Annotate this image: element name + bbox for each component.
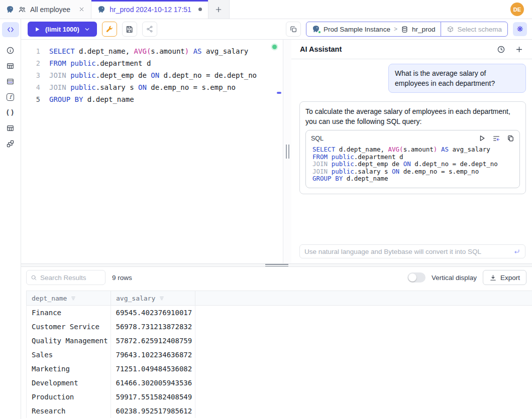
- ai-assistant-panel: AI Assistant What is the average salary …: [291, 40, 532, 263]
- export-button[interactable]: Export: [483, 270, 526, 285]
- search-results-input[interactable]: [40, 274, 101, 282]
- search-results-box: [26, 270, 105, 285]
- table-cell[interactable]: 69545.402376910017: [111, 306, 195, 320]
- sidebar-item-external-tables[interactable]: [6, 123, 15, 132]
- save-sheet-button[interactable]: [122, 22, 137, 37]
- submit-prompt-button[interactable]: [513, 248, 520, 255]
- line-number: 3: [21, 69, 49, 81]
- sql-block-actions: [478, 134, 514, 143]
- sort-icon[interactable]: [159, 295, 165, 302]
- table-row[interactable]: Production59917.551582408549: [27, 390, 195, 404]
- table-cell[interactable]: Quality Management: [27, 334, 111, 348]
- line-number: 2: [21, 57, 49, 69]
- table-cell[interactable]: Development: [27, 376, 111, 390]
- new-tab-button[interactable]: [208, 0, 230, 19]
- table-row[interactable]: Development61466.302005943536: [27, 376, 195, 390]
- table-cell[interactable]: 61466.302005943536: [111, 376, 195, 390]
- table-cell[interactable]: 57872.625912408759: [111, 334, 195, 348]
- table-cell[interactable]: 79643.102234636872: [111, 348, 195, 362]
- sidebar-item-info[interactable]: [6, 46, 15, 55]
- table-cell[interactable]: Marketing: [27, 362, 111, 376]
- code-text: JOIN public.dept_emp de ON d.dept_no = d…: [49, 69, 257, 81]
- table-cell[interactable]: 56978.731213872832: [111, 320, 195, 334]
- openai-assistant-button[interactable]: ❋: [513, 22, 527, 36]
- table-row[interactable]: Quality Management57872.625912408759: [27, 334, 195, 348]
- schema-diagram-icon: [6, 139, 15, 148]
- table-row[interactable]: Sales79643.102234636872: [27, 348, 195, 362]
- search-icon: [31, 274, 37, 282]
- code-line[interactable]: 5GROUP BY d.dept_name: [21, 93, 283, 105]
- table-cell[interactable]: 71251.049484536082: [111, 362, 195, 376]
- editor-code-lines: 1SELECT d.dept_name, AVG(s.amount) AS av…: [21, 45, 283, 105]
- table-cell[interactable]: Finance: [27, 306, 111, 320]
- code-line[interactable]: 1SELECT d.dept_name, AVG(s.amount) AS av…: [21, 45, 283, 57]
- ai-header-icons: [497, 45, 523, 54]
- code-line[interactable]: 4JOIN public.salary s ON de.emp_no = s.e…: [21, 81, 283, 93]
- chat-history-button[interactable]: [497, 45, 505, 54]
- sidebar-item-tables[interactable]: [6, 61, 15, 70]
- table-row[interactable]: Customer Service56978.731213872832: [27, 320, 195, 334]
- new-chat-button[interactable]: [515, 45, 523, 54]
- close-icon[interactable]: [78, 6, 85, 13]
- code-text: SELECT d.dept_name, AVG(s.amount) AS avg…: [49, 45, 248, 57]
- copy-sql-button[interactable]: [507, 134, 514, 143]
- sort-icon[interactable]: [70, 295, 77, 302]
- tab-all-employee[interactable]: All employee: [0, 0, 91, 19]
- code-line[interactable]: 3JOIN public.dept_emp de ON d.dept_no = …: [21, 69, 283, 81]
- code-text: FROM public.department d: [49, 57, 151, 69]
- connection-selector: Prod Sample Instance > hr_prod Select sc…: [306, 22, 508, 37]
- user-avatar[interactable]: DE: [510, 3, 524, 16]
- results-toolbar: 9 rows Vertical display Export: [21, 267, 532, 288]
- table-cell[interactable]: Production: [27, 390, 111, 404]
- results-right-controls: Vertical display Export: [407, 270, 527, 285]
- table-row[interactable]: Finance69545.402376910017: [27, 306, 195, 320]
- sidebar-item-schema-diagram[interactable]: [6, 139, 15, 148]
- column-header-avg-salary[interactable]: avg_salary: [111, 291, 195, 305]
- user-message-bubble: What is the average salary of employees …: [388, 64, 526, 93]
- plus-icon: [515, 45, 523, 54]
- sidebar-item-sql-editor[interactable]: [2, 22, 19, 37]
- sidebar-item-sample-data[interactable]: [6, 77, 15, 86]
- batch-query-button[interactable]: [286, 22, 301, 37]
- sql-editor[interactable]: 1SELECT d.dept_name, AVG(s.amount) AS av…: [21, 40, 283, 263]
- sql-editor-app: All employee hr_prod 2024-10-12 17:51 DE: [0, 0, 532, 419]
- ai-prompt-input[interactable]: [304, 248, 513, 255]
- connection-ok-dot: [272, 45, 277, 49]
- share-sheet-button[interactable]: [142, 22, 157, 37]
- table-row[interactable]: Research60238.952517985612: [27, 404, 195, 418]
- format-sql-button[interactable]: [102, 22, 117, 37]
- unsaved-dot: [198, 8, 202, 11]
- vertical-splitter[interactable]: [283, 40, 291, 263]
- table-cell[interactable]: 59917.551582408549: [111, 390, 195, 404]
- run-sql-button[interactable]: [478, 134, 486, 143]
- sidebar-icons: f (): [6, 46, 15, 148]
- table-icon: [6, 62, 15, 70]
- table-cell[interactable]: Customer Service: [27, 320, 111, 334]
- function-icon: f: [7, 93, 14, 101]
- column-header-dept-name[interactable]: dept_name: [27, 291, 111, 305]
- table-row[interactable]: Marketing71251.049484536082: [27, 362, 195, 376]
- insert-into-editor-button[interactable]: [492, 134, 500, 143]
- results-table-body: Finance69545.402376910017Customer Servic…: [26, 306, 195, 418]
- vertical-display-toggle[interactable]: [407, 272, 425, 283]
- editor-scrollbar-thumb[interactable]: [277, 92, 281, 94]
- code-line[interactable]: 2FROM public.department d: [21, 57, 283, 69]
- database-icon: [401, 26, 408, 33]
- sidebar-item-functions[interactable]: f: [6, 92, 15, 101]
- connection-database-button[interactable]: Prod Sample Instance > hr_prod: [306, 22, 441, 36]
- table-cell[interactable]: 60238.952517985612: [111, 404, 195, 418]
- run-query-button[interactable]: (limit 1000): [28, 22, 97, 37]
- sql-code-block: SQL SELECT d: [305, 130, 520, 188]
- select-schema-button[interactable]: Select schema: [441, 22, 507, 36]
- table-cell[interactable]: Research: [27, 404, 111, 418]
- play-icon: [34, 26, 41, 33]
- code-icon: [7, 26, 15, 34]
- tab-hr-prod[interactable]: hr_prod 2024-10-12 17:51: [91, 0, 208, 19]
- sql-block-label: SQL: [311, 133, 324, 144]
- horizontal-splitter[interactable]: [21, 263, 532, 267]
- sidebar-item-procedures[interactable]: (): [6, 108, 15, 117]
- download-icon: [489, 274, 497, 282]
- enter-icon: [513, 248, 520, 255]
- table-cell[interactable]: Sales: [27, 348, 111, 362]
- export-label: Export: [500, 274, 520, 282]
